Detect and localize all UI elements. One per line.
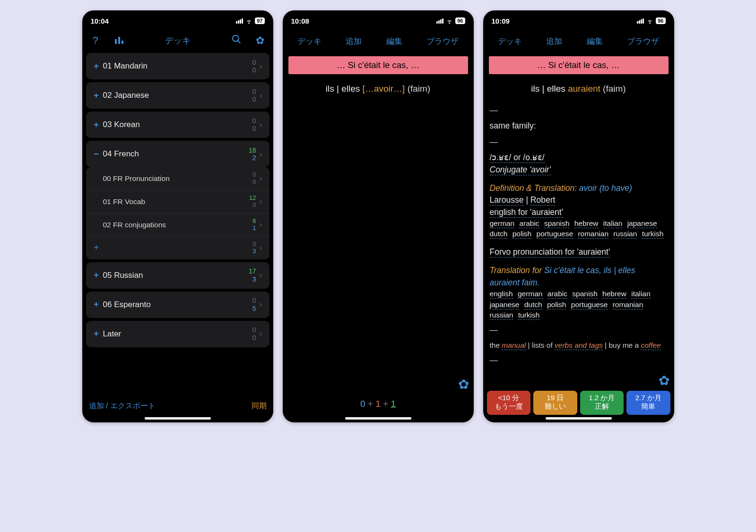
lang-link-hebrew[interactable]: hebrew — [574, 219, 599, 228]
conjugate-link[interactable]: Conjugate 'avoir' — [490, 165, 551, 175]
lang-link-italian[interactable]: italian — [631, 290, 651, 299]
tab-2[interactable]: 編集 — [386, 36, 402, 47]
gear-icon[interactable]: ✿ — [458, 377, 469, 392]
chevron-right-icon[interactable]: › — [256, 270, 266, 280]
expand-icon[interactable]: + — [90, 300, 103, 309]
tab-2[interactable]: 編集 — [587, 36, 603, 47]
add-export-button[interactable]: 追加 / エクスポート — [89, 401, 156, 411]
chevron-right-icon[interactable]: › — [256, 197, 266, 206]
english-for-link[interactable]: english for 'auraient' — [490, 207, 564, 218]
context-sentence: … Si c'était le cas, … — [288, 56, 468, 74]
chevron-right-icon[interactable]: › — [256, 220, 266, 230]
deck-row[interactable]: +Later00› — [86, 321, 269, 347]
tab-1[interactable]: 追加 — [346, 36, 362, 47]
deck-row[interactable]: +05 Russian173› — [86, 262, 269, 289]
lang-link-german[interactable]: german — [518, 290, 543, 299]
deck-row[interactable]: −04 French182› — [86, 141, 269, 167]
deck-row[interactable]: +01 Mandarin00› — [86, 53, 269, 79]
svg-line-4 — [237, 41, 240, 43]
subdeck-row[interactable]: 01 FR Vocab120› — [86, 190, 269, 214]
deck-name: 00 FR Pronunciation — [103, 174, 239, 183]
subdeck-row[interactable]: +03› — [86, 237, 269, 259]
sync-button[interactable]: 同期 — [252, 401, 267, 411]
good-button[interactable]: 1.2 か月正解 — [580, 391, 624, 415]
manual-link[interactable]: manual — [502, 341, 526, 350]
robert-link[interactable]: Robert — [530, 195, 556, 206]
lang-link-german[interactable]: german — [490, 219, 515, 228]
lang-link-japanese[interactable]: japanese — [627, 219, 657, 228]
lang-link-polish[interactable]: polish — [547, 300, 566, 309]
chevron-right-icon[interactable]: › — [256, 91, 266, 101]
lang-link-portuguese[interactable]: portuguese — [571, 300, 608, 309]
status-right: 97 — [236, 17, 264, 25]
tab-0[interactable]: デッキ — [498, 36, 522, 47]
lang-link-italian[interactable]: italian — [603, 219, 623, 228]
lang-link-dutch[interactable]: dutch — [490, 230, 508, 239]
hard-button[interactable]: 19 日難しい — [533, 391, 577, 415]
lang-link-hebrew[interactable]: hebrew — [602, 290, 626, 299]
forvo-link[interactable]: Forvo pronunciation for 'auraient' — [490, 247, 610, 257]
lang-link-polish[interactable]: polish — [513, 230, 532, 239]
help-icon[interactable]: ? — [88, 34, 103, 47]
home-indicator[interactable] — [345, 417, 411, 420]
chevron-right-icon[interactable]: › — [256, 300, 266, 309]
cloze-prompt: ils | elles […avoir…] (faim) — [283, 77, 474, 98]
larousse-link[interactable]: Larousse — [490, 195, 524, 206]
expand-icon[interactable]: + — [90, 91, 103, 101]
subdeck-row[interactable]: 00 FR Pronunciation00› — [86, 167, 269, 190]
lang-link-spanish[interactable]: spanish — [544, 219, 569, 228]
chevron-right-icon[interactable]: › — [256, 329, 266, 339]
expand-icon[interactable]: + — [90, 270, 103, 280]
home-indicator[interactable] — [145, 417, 211, 420]
gear-icon[interactable]: ✿ — [659, 373, 669, 388]
tab-3[interactable]: ブラウザ — [627, 36, 659, 47]
coffee-link[interactable]: coffee — [641, 341, 660, 350]
deck-row[interactable]: +03 Korean00› — [86, 112, 269, 138]
chevron-right-icon[interactable]: › — [256, 61, 266, 71]
stats-icon[interactable] — [112, 34, 127, 47]
search-icon[interactable] — [229, 34, 244, 47]
tab-0[interactable]: デッキ — [297, 36, 322, 47]
card-back[interactable]: … Si c'était le cas, … ils | elles aurai… — [483, 53, 674, 422]
lang-link-spanish[interactable]: spanish — [572, 290, 597, 299]
lang-link-russian[interactable]: russian — [613, 230, 637, 239]
gear-icon[interactable]: ✿ — [252, 34, 268, 47]
card-front[interactable]: … Si c'était le cas, … ils | elles […avo… — [283, 53, 474, 390]
divider: — — [490, 324, 668, 336]
chevron-right-icon[interactable]: › — [256, 173, 266, 183]
ipa-link[interactable]: /ɔ.ʁɛ/ or /o.ʁɛ/ — [490, 153, 545, 163]
chevron-right-icon[interactable]: › — [256, 243, 266, 253]
translation-heading: Translation for — [490, 266, 544, 275]
lang-link-arabic[interactable]: arabic — [519, 219, 539, 228]
lang-link-japanese[interactable]: japanese — [490, 300, 520, 309]
lang-link-portuguese[interactable]: portuguese — [537, 230, 574, 239]
home-indicator[interactable] — [546, 417, 612, 420]
again-button[interactable]: <10 分もう一度 — [487, 391, 531, 415]
chevron-right-icon[interactable]: › — [256, 120, 266, 130]
expand-icon[interactable]: + — [90, 120, 103, 130]
expand-icon[interactable]: − — [90, 149, 103, 159]
due-count: 1 — [391, 399, 396, 409]
deck-counts: 173 — [239, 267, 256, 283]
easy-button[interactable]: 2.7 か月簡単 — [626, 391, 670, 415]
lang-link-turkish[interactable]: turkish — [642, 230, 664, 239]
lang-link-romanian[interactable]: romanian — [613, 300, 643, 309]
lang-link-dutch[interactable]: dutch — [524, 300, 542, 309]
deck-row[interactable]: +06 Esperanto05› — [86, 292, 269, 318]
lang-link-english[interactable]: english — [490, 290, 513, 299]
deck-list[interactable]: +01 Mandarin00›+02 Japanese00›+03 Korean… — [82, 53, 273, 396]
tab-1[interactable]: 追加 — [546, 36, 562, 47]
lang-link-romanian[interactable]: romanian — [578, 230, 608, 239]
expand-icon[interactable]: + — [90, 61, 103, 71]
chevron-right-icon[interactable]: › — [256, 149, 266, 159]
lang-link-russian[interactable]: russian — [490, 311, 513, 320]
lang-link-turkish[interactable]: turkish — [518, 311, 540, 320]
tab-3[interactable]: ブラウザ — [426, 36, 459, 47]
add-subdeck-icon[interactable]: + — [90, 243, 103, 253]
clock: 10:09 — [492, 17, 510, 25]
lang-link-arabic[interactable]: arabic — [547, 290, 567, 299]
verbs-tags-link[interactable]: verbs and tags — [555, 341, 603, 350]
deck-row[interactable]: +02 Japanese00› — [86, 82, 269, 109]
subdeck-row[interactable]: 02 FR conjugations61› — [86, 214, 269, 237]
expand-icon[interactable]: + — [90, 329, 103, 339]
